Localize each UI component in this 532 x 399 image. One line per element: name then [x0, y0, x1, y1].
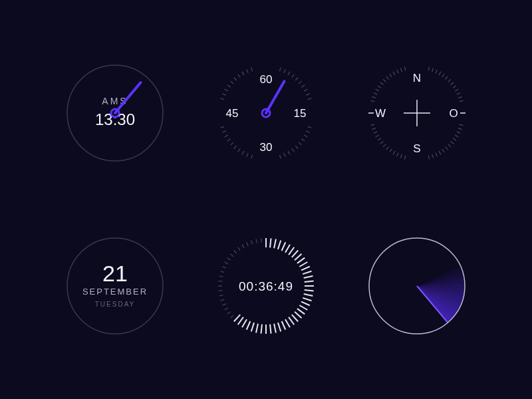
svg-line-113: [301, 267, 310, 271]
svg-line-41: [247, 69, 248, 72]
svg-line-72: [400, 154, 402, 158]
svg-line-67: [439, 151, 441, 154]
svg-line-124: [295, 312, 301, 318]
svg-line-28: [230, 142, 233, 145]
svg-line-92: [389, 74, 391, 77]
svg-line-112: [299, 262, 307, 267]
svg-line-52: [450, 82, 454, 85]
svg-line-68: [436, 153, 438, 156]
svg-line-9: [301, 85, 305, 88]
svg-line-69: [432, 154, 433, 158]
date-face: 21 SEPTEMBER TUESDAY: [59, 229, 172, 342]
world-clock-widget[interactable]: AMS 13:30: [59, 57, 172, 170]
svg-line-115: [304, 276, 313, 278]
svg-line-49: [442, 74, 444, 77]
svg-line-15: [304, 135, 307, 137]
svg-line-129: [278, 323, 281, 331]
svg-line-123: [297, 309, 305, 314]
svg-line-58: [459, 124, 463, 126]
svg-line-136: [247, 321, 251, 330]
svg-line-156: [238, 247, 241, 251]
svg-line-83: [370, 124, 374, 126]
compass-widget[interactable]: N O S W: [360, 57, 473, 170]
svg-line-107: [285, 245, 290, 253]
svg-line-80: [375, 135, 378, 137]
svg-line-96: [404, 66, 406, 70]
svg-line-111: [297, 258, 305, 263]
svg-line-148: [218, 281, 222, 281]
svg-line-135: [251, 323, 254, 331]
svg-line-12: [308, 98, 312, 100]
svg-line-10: [304, 89, 307, 91]
svg-line-18: [295, 146, 298, 148]
svg-line-130: [274, 324, 276, 333]
svg-line-150: [221, 271, 225, 273]
svg-line-5: [288, 72, 290, 75]
svg-line-71: [404, 156, 406, 160]
svg-line-14: [306, 131, 309, 132]
svg-line-161: [261, 238, 261, 242]
svg-line-151: [222, 267, 225, 268]
svg-line-20: [288, 151, 290, 154]
svg-line-84: [370, 100, 374, 102]
svg-line-145: [219, 295, 223, 296]
svg-line-65: [445, 147, 448, 150]
svg-line-120: [303, 298, 311, 301]
svg-line-59: [458, 128, 462, 130]
svg-line-152: [225, 262, 228, 264]
svg-line-33: [221, 98, 225, 100]
svg-line-53: [453, 86, 456, 88]
svg-line-118: [305, 290, 314, 291]
svg-line-13: [308, 126, 312, 128]
svg-line-8: [299, 81, 301, 84]
svg-line-146: [218, 291, 222, 291]
svg-line-73: [396, 153, 398, 156]
svg-line-19: [292, 148, 295, 152]
svg-line-32: [221, 126, 225, 128]
svg-point-101: [67, 238, 163, 334]
date-weekday: TUESDAY: [95, 301, 136, 308]
svg-line-51: [448, 79, 450, 82]
svg-line-106: [282, 242, 286, 251]
label-15: 15: [294, 107, 307, 120]
svg-line-89: [380, 82, 384, 85]
seconds-dial-widget[interactable]: 60 15 30 45: [209, 57, 323, 170]
svg-line-88: [378, 86, 381, 88]
svg-line-76: [386, 147, 388, 150]
svg-line-160: [256, 239, 257, 243]
svg-line-126: [289, 317, 294, 325]
date-widget[interactable]: 21 SEPTEMBER TUESDAY: [59, 229, 172, 342]
svg-line-77: [383, 144, 386, 147]
svg-line-26: [238, 148, 241, 152]
svg-line-82: [372, 128, 376, 130]
svg-line-56: [458, 96, 462, 98]
svg-line-4: [284, 69, 285, 72]
svg-line-141: [227, 312, 231, 315]
svg-line-144: [221, 299, 225, 301]
svg-line-105: [278, 241, 281, 249]
svg-line-38: [234, 77, 237, 80]
svg-line-47: [436, 70, 438, 73]
svg-line-133: [261, 325, 261, 334]
radar-sweep: [417, 256, 473, 332]
svg-line-140: [230, 315, 233, 318]
label-45: 45: [226, 107, 239, 120]
svg-line-3: [279, 68, 281, 72]
svg-line-36: [227, 85, 231, 88]
svg-line-159: [251, 241, 253, 245]
svg-line-93: [393, 72, 395, 75]
timer-widget[interactable]: 00:36:49: [209, 229, 323, 342]
radar-widget[interactable]: [360, 229, 473, 342]
svg-line-94: [396, 70, 398, 73]
seconds-face: 60 15 30 45: [209, 57, 323, 170]
svg-line-66: [442, 149, 444, 152]
svg-line-87: [375, 89, 378, 91]
svg-line-131: [270, 325, 271, 334]
svg-line-39: [238, 74, 241, 78]
svg-line-22: [279, 155, 281, 159]
compass-e: O: [449, 107, 458, 120]
svg-line-134: [256, 324, 258, 333]
svg-line-125: [292, 315, 298, 321]
compass-s: S: [413, 142, 420, 155]
svg-line-21: [284, 153, 285, 156]
